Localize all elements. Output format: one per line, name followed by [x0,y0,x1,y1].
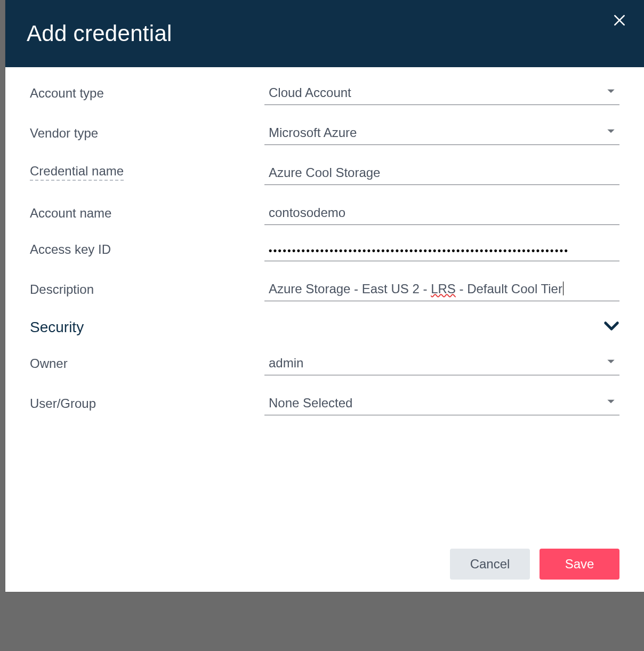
section-security-header[interactable]: Security [30,318,619,336]
field-vendor-type[interactable]: Microsoft Azure [264,122,619,145]
modal-header: Add credential [5,0,644,67]
row-account-type: Account type Cloud Account [30,82,619,105]
field-credential-name [264,162,619,185]
input-credential-name[interactable] [264,162,619,185]
label-user-group: User/Group [30,396,264,415]
label-vendor-type: Vendor type [30,126,264,145]
label-description: Description [30,282,264,301]
row-vendor-type: Vendor type Microsoft Azure [30,122,619,145]
row-account-name: Account name [30,202,619,225]
select-vendor-type-value[interactable]: Microsoft Azure [264,122,619,145]
modal-title: Add credential [27,21,172,46]
close-button[interactable] [609,10,630,31]
label-access-key-id: Access key ID [30,242,264,261]
field-account-name [264,202,619,225]
add-credential-modal: Add credential Account type Cloud Accoun… [5,0,644,592]
row-user-group: User/Group None Selected [30,392,619,415]
field-user-group[interactable]: None Selected [264,392,619,415]
close-icon [613,13,626,27]
description-text-suffix: - Default Cool Tier [456,282,562,296]
text-caret-icon [563,282,564,295]
modal-body: Account type Cloud Account Vendor type M… [5,67,644,536]
input-account-name[interactable] [264,202,619,225]
select-account-type-value[interactable]: Cloud Account [264,82,619,105]
description-text-spell: LRS [431,282,456,296]
select-owner-value[interactable]: admin [264,352,619,375]
label-account-name: Account name [30,206,264,225]
label-owner: Owner [30,356,264,375]
label-credential-name: Credential name [30,164,264,185]
field-access-key-id: ••••••••••••••••••••••••••••••••••••••••… [264,242,619,261]
cancel-button[interactable]: Cancel [450,549,530,580]
field-owner[interactable]: admin [264,352,619,375]
label-account-type: Account type [30,86,264,105]
select-user-group-value[interactable]: None Selected [264,392,619,415]
row-owner: Owner admin [30,352,619,375]
chevron-down-icon [603,318,619,336]
input-access-key-id[interactable]: ••••••••••••••••••••••••••••••••••••••••… [264,242,619,261]
modal-footer: Cancel Save [5,536,644,592]
section-security-title: Security [30,319,84,336]
row-description: Description Azure Storage - East US 2 - … [30,278,619,301]
field-account-type[interactable]: Cloud Account [264,82,619,105]
label-credential-name-text: Credential name [30,164,124,181]
description-text-prefix: Azure Storage - East US 2 - [269,282,431,296]
input-description[interactable]: Azure Storage - East US 2 - LRS - Defaul… [264,278,619,301]
row-credential-name: Credential name [30,162,619,185]
field-description: Azure Storage - East US 2 - LRS - Defaul… [264,278,619,301]
save-button[interactable]: Save [540,549,619,580]
row-access-key-id: Access key ID ••••••••••••••••••••••••••… [30,242,619,261]
